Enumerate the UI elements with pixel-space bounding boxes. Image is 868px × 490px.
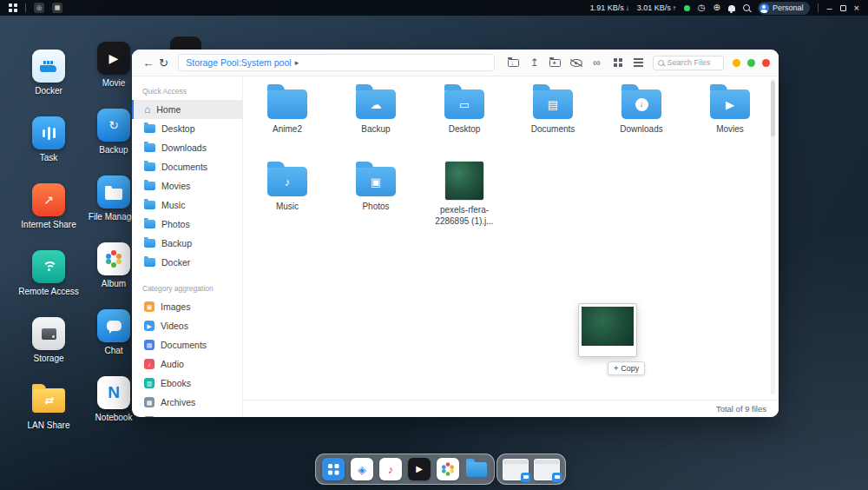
window-button-close[interactable] [762,59,770,67]
folder-icon [144,258,155,267]
desktop-icon-lan-share[interactable]: ⇄ LAN Share [16,384,82,430]
sidebar-item-music[interactable]: Music [132,195,242,215]
document-icon: ▤ [548,99,558,110]
album-app-tile [97,242,130,275]
up-arrow-icon: ↑ [673,4,676,12]
file-anime2[interactable]: Anime2 [243,83,332,160]
refresh-icon: ↻ [159,56,168,70]
photo-icon: ▣ [371,176,381,188]
down-arrow-overlay-icon: ↓ [511,60,515,66]
folder-plus-icon: + [549,59,561,67]
file-backup[interactable]: ☁ Backup [332,83,420,160]
drag-image-preview [582,307,634,346]
sidebar-item-documents[interactable]: Documents [132,157,242,176]
toggle-hidden-files-button[interactable] [569,55,583,70]
folder-icon: ♪ [267,167,307,196]
desktop-icon-remote-access[interactable]: Remote Access [16,250,82,296]
share-link-button[interactable]: ∞ [590,55,604,70]
search-icon[interactable] [743,4,750,11]
app-launcher-icon[interactable] [9,3,17,12]
music-note-icon: ♪ [388,464,394,475]
sidebar-item-videos[interactable]: ▶ Videos [132,316,242,335]
sidebar-item-photos[interactable]: Photos [132,215,242,234]
sidebar-item-downloads[interactable]: Downloads [132,138,242,157]
user-account-button[interactable]: Personal [758,2,811,15]
equalizer-icon [48,127,50,140]
grid-view-button[interactable] [611,55,625,70]
move-to-folder-button[interactable]: ↓ [507,55,521,70]
sort-button[interactable] [632,55,646,70]
toolbar: ↓ ↥ + ∞ [507,55,646,70]
upload-button[interactable]: ↥ [528,55,542,70]
file-pexels-image[interactable]: pexels-rfera-2286895 (1).j... [420,160,509,237]
sidebar-item-archives[interactable]: ▦ Archives [132,393,242,412]
file-music[interactable]: ♪ Music [243,160,332,237]
search-box[interactable] [653,56,724,70]
dock-window-preview-2[interactable] [534,459,560,480]
desktop-icon-storage[interactable]: Storage [16,317,82,363]
file-photos[interactable]: ▣ Photos [332,160,420,237]
folder-icon: ▶ [710,89,750,119]
remote-access-app-tile [32,250,65,283]
dock-photos-button[interactable] [437,458,459,480]
file-movies[interactable]: ▶ Movies [686,83,774,160]
docker-app-tile [32,50,65,83]
dock-appstore-button[interactable]: ◈ [351,458,373,480]
sidebar-item-backup[interactable]: Backup [132,234,242,253]
system-app-icon-1[interactable]: ◎ [34,3,44,13]
sidebar-item-audio[interactable]: ♪ Audio [132,354,242,374]
sidebar-item-movies[interactable]: Movies [132,176,242,195]
search-input[interactable] [667,58,719,67]
dock-music-button[interactable]: ♪ [379,458,402,480]
sidebar-item-home[interactable]: ⌂ Home [132,100,242,119]
breadcrumb[interactable]: Storage Pool:System pool ▸ [178,54,494,71]
upload-speed: 3.01 KB/s ↑ [637,3,676,12]
new-folder-button[interactable]: + [549,55,562,70]
window-button-maximize[interactable] [747,59,755,67]
desktop-icon-label: Task [16,153,82,162]
search-icon [658,60,664,66]
scrollbar-track[interactable] [771,79,775,394]
clock-icon[interactable]: ◷ [698,3,706,12]
sidebar-item-docker[interactable]: Docker [132,253,242,272]
dock-files-button[interactable] [465,458,488,480]
sidebar-item-ebooks[interactable]: ▥ Ebooks [132,374,242,393]
sidebar-item-documents-cat[interactable]: ▤ Documents [132,335,242,354]
back-button[interactable]: ← [141,55,156,70]
notifications-bell-icon[interactable] [728,5,735,11]
desktop-icon-docker[interactable]: Docker [16,50,82,96]
file-downloads[interactable]: ↓ Downloads [597,83,686,160]
status-bar: Total of 9 files [243,400,779,417]
system-app-icon-2[interactable]: ▦ [52,3,62,13]
close-button[interactable]: × [854,3,859,13]
sidebar-item-installers[interactable]: ↓ Installers [132,412,242,417]
folder-icon [267,89,307,119]
share-arrow-icon: ↗ [43,194,54,206]
globe-icon[interactable]: ⊕ [713,3,720,12]
file-label: Anime2 [247,124,328,136]
user-avatar [760,3,769,13]
dock-launcher-button[interactable] [322,458,345,480]
desktop-icon-internet-share[interactable]: ↗ Internet Share [16,183,82,229]
window-button-minimize[interactable] [733,59,740,67]
sidebar-item-label: Home [156,104,181,115]
sidebar-item-desktop[interactable]: Desktop [132,119,242,138]
sidebar-item-images[interactable]: ▣ Images [132,297,242,316]
desktop-icon-task[interactable]: Task [16,116,82,162]
restore-window-button[interactable] [840,5,846,11]
dock-window-preview-1[interactable] [503,459,529,480]
image-thumbnail [445,162,483,200]
desktop-icon-label: Internet Share [16,220,82,229]
scrollbar-thumb[interactable] [771,81,775,136]
chevron-right-icon: ▸ [295,58,299,67]
refresh-button[interactable]: ↻ [156,55,172,70]
file-desktop[interactable]: ▭ Desktop [420,83,509,160]
sync-icon: ↻ [108,119,119,131]
minimize-button[interactable]: – [826,3,832,13]
category-aggregation-title: Category aggregation [132,279,242,297]
file-label: Backup [335,124,417,136]
sidebar-item-label: Documents [161,340,207,350]
sidebar-item-label: Videos [161,321,188,331]
file-documents[interactable]: ▤ Documents [509,83,597,160]
dock-movie-button[interactable]: ▶ [408,458,431,480]
